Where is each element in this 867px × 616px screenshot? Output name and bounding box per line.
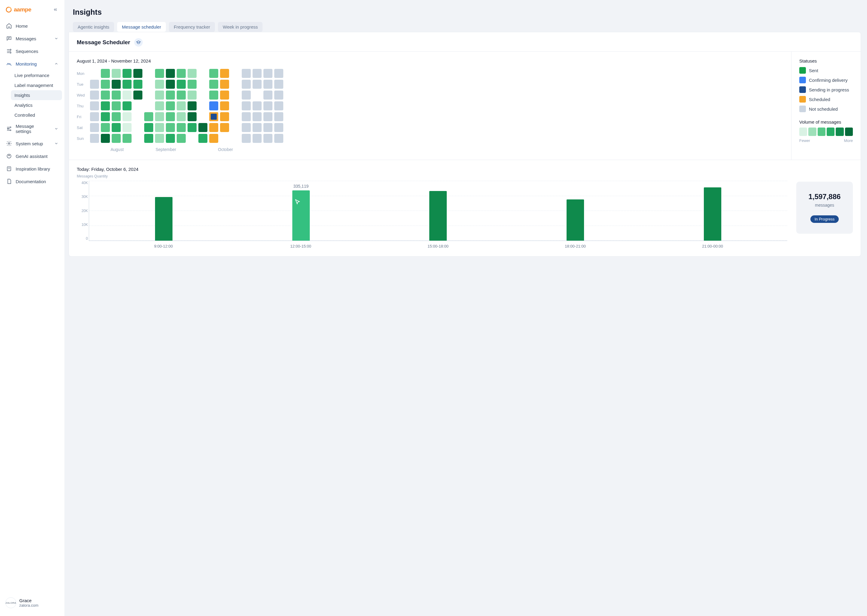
nav-live-performance[interactable]: Live preformance <box>11 71 62 80</box>
heatmap-cell[interactable] <box>101 69 110 78</box>
heatmap-cell[interactable] <box>199 123 207 132</box>
nav-monitoring[interactable]: Monitoring <box>2 58 62 70</box>
heatmap-cell[interactable] <box>274 112 283 121</box>
heatmap-cell[interactable] <box>101 134 110 143</box>
user-footer[interactable]: ZALORA Grace zalora.com <box>2 594 62 611</box>
heatmap-cell[interactable] <box>112 91 121 99</box>
heatmap-cell[interactable] <box>242 69 251 78</box>
nav-messages[interactable]: Messages <box>2 33 62 44</box>
heatmap-cell[interactable] <box>220 80 229 89</box>
heatmap-cell[interactable] <box>209 134 218 143</box>
nav-inspiration[interactable]: Inspiration library <box>2 163 62 175</box>
heatmap-cell[interactable] <box>166 123 175 132</box>
heatmap-cell[interactable] <box>242 80 251 89</box>
heatmap-cell[interactable] <box>112 101 121 110</box>
heatmap-cell[interactable] <box>101 91 110 99</box>
heatmap-cell[interactable] <box>112 69 121 78</box>
heatmap-cell[interactable] <box>90 123 99 132</box>
heatmap-cell[interactable] <box>123 123 132 132</box>
heatmap-cell[interactable] <box>155 91 164 99</box>
nav-genai[interactable]: GenAI assistant <box>2 150 62 162</box>
heatmap-cell[interactable] <box>263 101 273 110</box>
collapse-sidebar-button[interactable] <box>52 6 59 13</box>
nav-insights[interactable]: Insights <box>11 90 62 100</box>
heatmap-cell[interactable] <box>242 134 251 143</box>
heatmap-cell[interactable] <box>252 112 262 121</box>
heatmap-cell[interactable] <box>199 134 207 143</box>
heatmap-cell[interactable] <box>274 69 283 78</box>
heatmap-cell[interactable] <box>209 91 218 99</box>
nav-label-management[interactable]: Label management <box>11 80 62 90</box>
heatmap-cell[interactable] <box>123 101 132 110</box>
bar[interactable]: 335,119 <box>289 190 313 241</box>
heatmap-cell[interactable] <box>263 91 273 99</box>
tab-frequency[interactable]: Frequency tracker <box>169 22 215 32</box>
heatmap-cell[interactable] <box>263 112 273 121</box>
heatmap-cell[interactable] <box>101 80 110 89</box>
heatmap-cell[interactable] <box>155 123 164 132</box>
heatmap-cell[interactable] <box>263 123 273 132</box>
heatmap-cell[interactable] <box>177 91 186 99</box>
heatmap-cell[interactable] <box>220 123 229 132</box>
heatmap-cell[interactable] <box>220 91 229 99</box>
heatmap-cell[interactable] <box>144 112 153 121</box>
nav-message-settings[interactable]: Message settings <box>2 121 62 137</box>
heatmap-cell[interactable] <box>166 69 175 78</box>
bar[interactable] <box>426 191 450 240</box>
heatmap-cell[interactable] <box>101 101 110 110</box>
heatmap-cell[interactable] <box>112 134 121 143</box>
nav-controlled[interactable]: Controlled <box>11 110 62 120</box>
bar[interactable] <box>563 200 587 241</box>
heatmap-cell[interactable] <box>144 123 153 132</box>
heatmap-cell[interactable] <box>101 123 110 132</box>
heatmap-cell[interactable] <box>90 112 99 121</box>
nav-sequences[interactable]: Sequences <box>2 45 62 57</box>
heatmap-cell[interactable] <box>112 123 121 132</box>
bar[interactable] <box>700 187 725 241</box>
heatmap-cell[interactable] <box>263 134 273 143</box>
heatmap-cell[interactable] <box>188 101 197 110</box>
bar[interactable] <box>152 197 176 240</box>
heatmap-cell[interactable] <box>112 80 121 89</box>
heatmap-cell[interactable] <box>155 134 164 143</box>
tab-agentic[interactable]: Agentic insights <box>73 22 114 32</box>
heatmap-cell[interactable] <box>123 91 132 99</box>
nav-system-setup[interactable]: System setup <box>2 137 62 149</box>
heatmap-cell[interactable] <box>166 112 175 121</box>
heatmap-cell[interactable] <box>177 101 186 110</box>
heatmap-cell[interactable] <box>209 101 218 110</box>
heatmap-cell[interactable] <box>274 134 283 143</box>
heatmap-cell[interactable] <box>252 101 262 110</box>
heatmap-cell[interactable] <box>220 69 229 78</box>
heatmap-cell[interactable] <box>252 69 262 78</box>
heatmap-cell[interactable] <box>166 101 175 110</box>
heatmap-cell[interactable] <box>133 91 142 99</box>
heatmap-cell[interactable] <box>252 134 262 143</box>
heatmap-cell[interactable] <box>209 112 218 121</box>
heatmap-cell[interactable] <box>274 91 283 99</box>
heatmap-cell[interactable] <box>263 80 273 89</box>
heatmap-cell[interactable] <box>220 112 229 121</box>
heatmap-cell[interactable] <box>209 69 218 78</box>
heatmap-cell[interactable] <box>263 69 273 78</box>
heatmap-cell[interactable] <box>177 123 186 132</box>
heatmap-cell[interactable] <box>166 134 175 143</box>
heatmap-cell[interactable] <box>177 134 186 143</box>
heatmap-cell[interactable] <box>252 123 262 132</box>
heatmap-cell[interactable] <box>155 80 164 89</box>
heatmap-cell[interactable] <box>188 69 197 78</box>
heatmap-cell[interactable] <box>242 112 251 121</box>
heatmap-cell[interactable] <box>133 69 142 78</box>
heatmap-cell[interactable] <box>166 91 175 99</box>
heatmap-cell[interactable] <box>252 80 262 89</box>
heatmap-cell[interactable] <box>155 69 164 78</box>
heatmap-cell[interactable] <box>90 101 99 110</box>
heatmap-cell[interactable] <box>155 112 164 121</box>
heatmap-cell[interactable] <box>123 134 132 143</box>
heatmap-cell[interactable] <box>188 123 197 132</box>
heatmap-cell[interactable] <box>188 91 197 99</box>
heatmap-cell[interactable] <box>123 80 132 89</box>
heatmap-cell[interactable] <box>242 91 251 99</box>
heatmap-cell[interactable] <box>188 112 197 121</box>
nav-analytics[interactable]: Analytics <box>11 100 62 110</box>
